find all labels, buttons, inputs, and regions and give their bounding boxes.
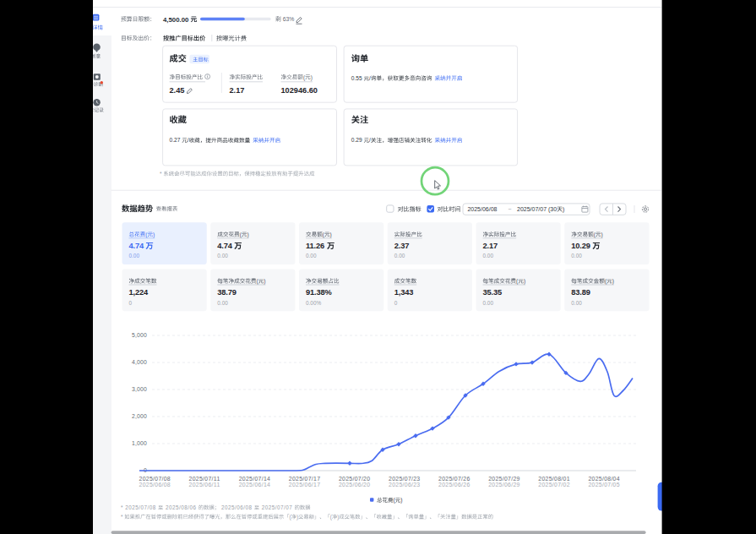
- svg-text:2025/07/07 (30: 2025/07/07 (30: [517, 206, 557, 213]
- svg-text:): ): [400, 497, 402, 504]
- svg-text:/: /: [369, 137, 371, 143]
- svg-text:2025/07/11: 2025/07/11: [189, 476, 220, 482]
- svg-text:0.00: 0.00: [217, 253, 228, 259]
- svg-text:): ): [524, 278, 525, 285]
- svg-text:10.29: 10.29: [571, 242, 590, 250]
- svg-text:38.79: 38.79: [217, 288, 237, 297]
- svg-text:5,000: 5,000: [132, 332, 147, 338]
- svg-text:2025/07/07: 2025/07/07: [262, 504, 293, 510]
- svg-text:2025/07/08: 2025/07/08: [139, 476, 171, 482]
- svg-text:): ): [330, 232, 332, 238]
- svg-text:0.55: 0.55: [351, 75, 362, 81]
- svg-text:): ): [153, 232, 155, 238]
- svg-text:/: /: [188, 137, 189, 143]
- svg-text:2025/06/26: 2025/06/26: [438, 482, 470, 488]
- svg-text:0.00: 0.00: [129, 253, 140, 259]
- svg-text:3,000: 3,000: [132, 386, 147, 392]
- svg-text:2025/06/08: 2025/06/08: [139, 482, 171, 488]
- svg-text:2.17: 2.17: [230, 86, 245, 95]
- svg-text:2.17: 2.17: [483, 242, 498, 250]
- svg-text:2,000: 2,000: [132, 413, 147, 419]
- svg-text:0.00: 0.00: [571, 253, 582, 259]
- svg-text:): ): [264, 278, 265, 285]
- svg-text:4,000: 4,000: [132, 359, 147, 365]
- svg-text:2.37: 2.37: [394, 242, 410, 250]
- svg-text:0: 0: [129, 300, 133, 306]
- svg-text:2025/07/20: 2025/07/20: [339, 476, 371, 482]
- svg-text:2025/08/06: 2025/08/06: [166, 504, 197, 510]
- svg-text:2025/06/29: 2025/06/29: [488, 482, 520, 488]
- svg-text:2025/07/26: 2025/07/26: [438, 476, 470, 482]
- svg-text:2025/06/20: 2025/06/20: [339, 482, 371, 488]
- svg-text:): ): [311, 74, 313, 81]
- svg-text:~: ~: [509, 206, 512, 212]
- svg-text:): ): [296, 514, 298, 520]
- svg-text:4.74: 4.74: [129, 242, 144, 250]
- svg-text:2.45: 2.45: [170, 86, 185, 95]
- svg-text:2025/07/23: 2025/07/23: [389, 476, 421, 482]
- svg-text:0: 0: [394, 300, 398, 306]
- svg-text:): ): [563, 206, 564, 213]
- svg-text:0.00: 0.00: [571, 300, 582, 306]
- svg-text:83.89: 83.89: [571, 288, 590, 297]
- svg-text:): ): [337, 514, 339, 520]
- svg-text:2025/07/02: 2025/07/02: [538, 482, 570, 488]
- svg-text:0.00: 0.00: [483, 253, 494, 259]
- svg-text:2025/08/01: 2025/08/01: [538, 476, 570, 482]
- svg-text:91.38%: 91.38%: [306, 288, 333, 297]
- svg-text:0.00%: 0.00%: [306, 300, 321, 306]
- svg-text:2025/06/14: 2025/06/14: [239, 482, 271, 488]
- svg-text:0.00: 0.00: [483, 300, 494, 306]
- svg-text:): ): [612, 278, 614, 285]
- svg-text:11.26: 11.26: [306, 242, 324, 250]
- svg-text:): ): [247, 232, 249, 238]
- svg-text:35.35: 35.35: [483, 288, 503, 297]
- svg-text:2025/06/23: 2025/06/23: [389, 482, 421, 488]
- svg-text:2025/06/17: 2025/06/17: [289, 482, 321, 488]
- svg-text:2025/06/08: 2025/06/08: [221, 504, 253, 510]
- svg-text:2025/07/05: 2025/07/05: [588, 482, 620, 488]
- svg-text:1,224: 1,224: [129, 288, 149, 297]
- svg-text:4,500.00: 4,500.00: [163, 16, 189, 24]
- svg-text:2025/06/11: 2025/06/11: [189, 482, 220, 488]
- svg-text:2025/07/14: 2025/07/14: [239, 476, 271, 482]
- svg-text:2025/07/17: 2025/07/17: [289, 476, 321, 482]
- svg-text:/: /: [369, 75, 371, 81]
- svg-text:0.27: 0.27: [170, 137, 181, 143]
- svg-text:2025/08/04: 2025/08/04: [588, 476, 620, 482]
- svg-text:2025/06/08: 2025/06/08: [467, 206, 497, 212]
- svg-text:0.00: 0.00: [306, 253, 317, 259]
- svg-text:102946.60: 102946.60: [281, 86, 318, 95]
- svg-text:1,000: 1,000: [132, 440, 147, 446]
- svg-text:): ): [601, 232, 603, 238]
- svg-text:63%: 63%: [283, 16, 295, 22]
- svg-text:1,343: 1,343: [394, 288, 414, 297]
- svg-text:0.29: 0.29: [351, 137, 362, 143]
- svg-text:* 2025/07/08: * 2025/07/08: [121, 504, 156, 510]
- svg-text:0.00: 0.00: [394, 253, 405, 259]
- svg-text:4.74: 4.74: [217, 242, 232, 250]
- svg-text:2025/07/29: 2025/07/29: [488, 476, 520, 482]
- svg-text:0.00: 0.00: [217, 300, 228, 306]
